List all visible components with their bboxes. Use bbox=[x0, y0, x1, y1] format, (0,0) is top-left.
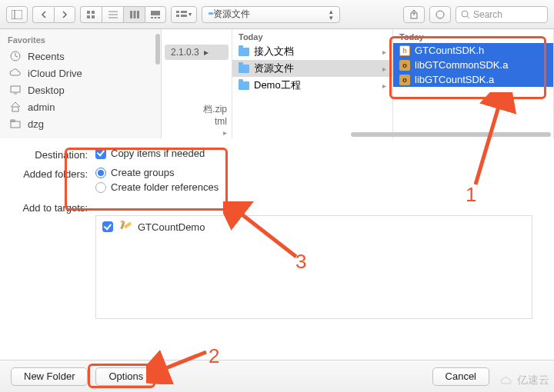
svg-rect-11 bbox=[137, 11, 139, 18]
file-row-selected[interactable]: o libGTCountSDK.a bbox=[393, 72, 553, 87]
sidebar-toggle-button[interactable] bbox=[6, 6, 28, 23]
sidebar: Favorites Recents iCloud Drive Desktop a… bbox=[0, 29, 162, 138]
radio-label: Create folder references bbox=[111, 181, 219, 193]
options-button[interactable]: Options bbox=[95, 367, 156, 386]
column-2[interactable]: Today h GTCountSDK.h o libGTCommonSDK.a … bbox=[393, 29, 554, 138]
view-columns-button[interactable] bbox=[123, 6, 145, 23]
path-popup[interactable]: 资源文件 ▴▾ bbox=[202, 6, 340, 23]
file-row-selected[interactable]: o libGTCommonSDK.a bbox=[393, 58, 553, 72]
svg-rect-16 bbox=[176, 11, 179, 13]
svg-rect-19 bbox=[181, 15, 187, 17]
column-1[interactable]: Today 接入文档 ▸ 资源文件 ▸ Demo工程 ▸ bbox=[232, 29, 393, 138]
view-gallery-button[interactable] bbox=[145, 6, 166, 23]
add-to-targets-label: Add to targets: bbox=[11, 201, 88, 214]
folder-icon bbox=[239, 65, 249, 73]
folder-icon bbox=[239, 81, 249, 90]
sidebar-item-recents[interactable]: Recents bbox=[0, 48, 161, 65]
search-icon bbox=[461, 10, 470, 19]
svg-rect-2 bbox=[87, 11, 90, 14]
sidebar-item-label: Desktop bbox=[28, 85, 65, 96]
search-field[interactable]: Search bbox=[456, 6, 548, 23]
column-0[interactable]: 2.1.0.3 ▸ 档.zip tml ▸ bbox=[162, 29, 232, 138]
svg-rect-28 bbox=[11, 86, 20, 92]
forward-button[interactable] bbox=[54, 6, 75, 23]
view-icons-button[interactable] bbox=[80, 6, 102, 23]
svg-rect-15 bbox=[158, 17, 160, 18]
checkbox-label: Copy items if needed bbox=[111, 148, 205, 159]
checkbox-checked-icon bbox=[95, 148, 106, 159]
file-name: libGTCountSDK.a bbox=[415, 74, 494, 85]
sidebar-item-label: Recents bbox=[28, 51, 65, 62]
svg-point-23 bbox=[462, 11, 468, 17]
svg-rect-18 bbox=[176, 15, 179, 17]
folder-icon bbox=[239, 48, 249, 56]
column-header: Today bbox=[393, 29, 553, 43]
share-button[interactable] bbox=[403, 6, 425, 23]
folder-row[interactable]: Demo工程 ▸ bbox=[232, 77, 392, 94]
cloud-icon bbox=[9, 67, 22, 79]
svg-rect-12 bbox=[151, 11, 160, 15]
header-file-icon: h bbox=[399, 45, 410, 56]
target-row[interactable]: GTCountDemo bbox=[102, 221, 526, 233]
path-label: 资源文件 bbox=[213, 8, 250, 21]
sidebar-item-desktop[interactable]: Desktop bbox=[0, 81, 161, 98]
column-0-selected-item[interactable]: 2.1.0.3 ▸ bbox=[165, 45, 229, 60]
create-groups-radio[interactable]: Create groups bbox=[95, 167, 543, 178]
folder-name: 接入文档 bbox=[254, 45, 294, 58]
sidebar-scrollbar[interactable] bbox=[155, 34, 160, 65]
view-mode-segmented bbox=[80, 6, 166, 23]
options-panel: Destination: Copy items if needed Added … bbox=[0, 138, 554, 324]
object-file-icon: o bbox=[399, 60, 410, 71]
svg-rect-3 bbox=[92, 11, 95, 14]
svg-rect-5 bbox=[92, 15, 95, 18]
sidebar-section-title: Favorites bbox=[0, 34, 161, 48]
create-folder-refs-radio[interactable]: Create folder references bbox=[95, 181, 543, 193]
tags-button[interactable] bbox=[429, 6, 451, 23]
column-view: 2.1.0.3 ▸ 档.zip tml ▸ Today 接入文档 ▸ 资源文件 … bbox=[162, 29, 554, 138]
added-folders-label: Added folders: bbox=[11, 167, 88, 180]
file-row-selected[interactable]: h GTCountSDK.h bbox=[393, 43, 553, 58]
sidebar-item-icloud[interactable]: iCloud Drive bbox=[0, 65, 161, 81]
group-by-button[interactable]: ▾ bbox=[171, 6, 197, 23]
desktop-icon bbox=[9, 84, 22, 96]
new-folder-button[interactable]: New Folder bbox=[11, 367, 88, 386]
file-name: GTCountSDK.h bbox=[415, 45, 484, 56]
chevron-right-icon: ▸ bbox=[162, 127, 232, 138]
svg-rect-9 bbox=[130, 11, 132, 18]
sidebar-item-label: iCloud Drive bbox=[28, 68, 82, 79]
folder-row-selected[interactable]: 资源文件 ▸ bbox=[232, 60, 392, 77]
clock-icon bbox=[9, 50, 22, 62]
folder-row[interactable]: 接入文档 ▸ bbox=[232, 43, 392, 60]
file-name: libGTCommonSDK.a bbox=[415, 59, 508, 71]
sidebar-item-admin[interactable]: admin bbox=[0, 98, 161, 115]
view-list-button[interactable] bbox=[102, 6, 123, 23]
back-button[interactable] bbox=[32, 6, 54, 23]
copy-items-checkbox[interactable]: Copy items if needed bbox=[95, 148, 543, 159]
cancel-button[interactable]: Cancel bbox=[432, 367, 489, 386]
svg-rect-10 bbox=[133, 11, 135, 18]
svg-point-22 bbox=[436, 11, 444, 18]
nav-back-forward bbox=[32, 6, 75, 23]
app-icon bbox=[119, 221, 132, 233]
chevron-right-icon: ▸ bbox=[382, 65, 386, 73]
truncated-filename: tml bbox=[162, 116, 227, 127]
file-browser: Favorites Recents iCloud Drive Desktop a… bbox=[0, 29, 554, 138]
search-placeholder: Search bbox=[473, 9, 502, 20]
chevron-right-icon: ▸ bbox=[382, 81, 386, 90]
footer-bar: New Folder Options Cancel bbox=[0, 360, 554, 392]
destination-label: Destination: bbox=[11, 148, 88, 161]
radio-checked-icon bbox=[95, 168, 106, 178]
svg-rect-0 bbox=[12, 10, 22, 19]
chevron-right-icon: ▸ bbox=[382, 48, 386, 56]
chevron-right-icon: ▸ bbox=[204, 47, 209, 58]
toolbar: ▾ 资源文件 ▴▾ Search bbox=[0, 0, 554, 29]
horizontal-scrollbar[interactable] bbox=[323, 131, 554, 138]
folder-icon bbox=[9, 118, 22, 130]
svg-rect-32 bbox=[11, 120, 15, 121]
targets-list[interactable]: GTCountDemo bbox=[95, 215, 532, 319]
sidebar-item-dzg[interactable]: dzg bbox=[0, 115, 161, 132]
caret-icon: ▴▾ bbox=[329, 8, 333, 21]
object-file-icon: o bbox=[399, 75, 410, 85]
svg-rect-4 bbox=[87, 15, 90, 18]
group-by-segmented: ▾ bbox=[171, 6, 197, 23]
